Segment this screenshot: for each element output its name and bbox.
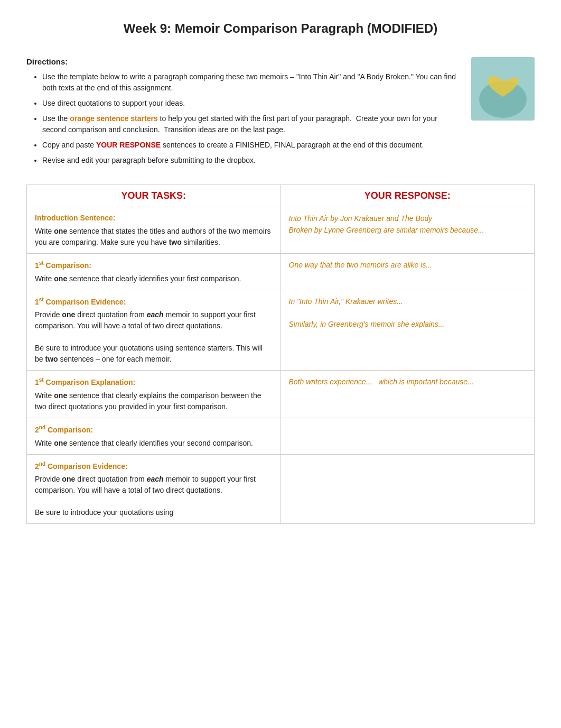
table-row: 2nd Comparison: Write one sentence that … [27,418,535,454]
directions-list: Use the template below to write a paragr… [26,71,535,166]
bold-one-5: one [54,439,67,447]
table-row: Introduction Sentence: Write one sentenc… [27,207,535,254]
table-row: 1st Comparison Evidence: Provide one dir… [27,290,535,371]
bold-one-2: one [54,274,67,283]
table-row: 1st Comparison: Write one sentence that … [27,254,535,290]
bold-italic-each: each [147,310,164,319]
task-cell-intro: Introduction Sentence: Write one sentenc… [27,207,281,254]
table-row: 2nd Comparison Evidence: Provide one dir… [27,454,535,524]
orange-text: orange sentence starters [70,114,158,123]
response-cell-comp2 [280,418,535,454]
task-cell-evidence1: 1st Comparison Evidence: Provide one dir… [27,290,281,371]
col-response-header: YOUR RESPONSE: [280,185,535,207]
col-tasks-header: YOUR TASKS: [27,185,281,207]
response-text-comp1: One way that the two memoirs are alike i… [289,261,433,269]
task-cell-evidence2: 2nd Comparison Evidence: Provide one dir… [27,454,281,524]
list-item: Use the template below to write a paragr… [42,71,535,94]
response-text-evidence1b: Similarly, in Greenberg's memoir she exp… [289,320,445,328]
page-title: Week 9: Memoir Comparison Paragraph (MOD… [26,21,535,41]
task-cell-explain1: 1st Comparison Explanation: Write one se… [27,371,281,418]
task-heading-evidence2: 2nd Comparison Evidence: [35,460,273,472]
bold-two: two [169,238,182,246]
bold-two-2: two [45,355,58,363]
task-cell-comp1: 1st Comparison: Write one sentence that … [27,254,281,290]
task-heading-comp1: 1st Comparison: [35,259,273,271]
response-cell-evidence2 [280,454,535,524]
bold-one: one [54,227,67,235]
task-heading-comp2: 2nd Comparison: [35,423,273,436]
list-item: Revise and edit your paragraph before su… [42,155,535,166]
decorative-image [471,57,535,121]
task-heading-intro: Introduction Sentence: [35,213,273,224]
table-row: 1st Comparison Explanation: Write one se… [27,371,535,418]
response-text-evidence1a: In "Into Thin Air," Krakauer writes... [289,297,403,306]
list-item: Use direct quotations to support your id… [42,98,535,109]
response-text-intro: Into Thin Air by Jon Krakauer and The Bo… [289,214,484,234]
directions-section: Directions: Use the template below to wr… [26,57,535,166]
bold-italic-each2: each [147,475,164,483]
bold-one-6: one [62,475,75,483]
list-item: Use the orange sentence starters to help… [42,113,535,135]
list-item: Copy and paste YOUR RESPONSE sentences t… [42,140,535,151]
bold-one-3: one [62,310,75,319]
bold-one-4: one [54,391,67,400]
response-cell-evidence1: In "Into Thin Air," Krakauer writes... S… [280,290,535,371]
response-cell-explain1: Both writers experience... which is impo… [280,371,535,418]
response-cell-comp1: One way that the two memoirs are alike i… [280,254,535,290]
directions-label: Directions: [26,57,535,66]
italic-into-thin: Into Thin [289,214,317,223]
response-text-explain1: Both writers experience... which is impo… [289,377,474,386]
main-table: YOUR TASKS: YOUR RESPONSE: Introduction … [26,185,535,524]
red-bold-text: YOUR RESPONSE [96,141,161,149]
task-heading-explain1: 1st Comparison Explanation: [35,376,273,388]
response-cell-intro: Into Thin Air by Jon Krakauer and The Bo… [280,207,535,254]
task-cell-comp2: 2nd Comparison: Write one sentence that … [27,418,281,454]
task-heading-evidence1: 1st Comparison Evidence: [35,296,273,308]
